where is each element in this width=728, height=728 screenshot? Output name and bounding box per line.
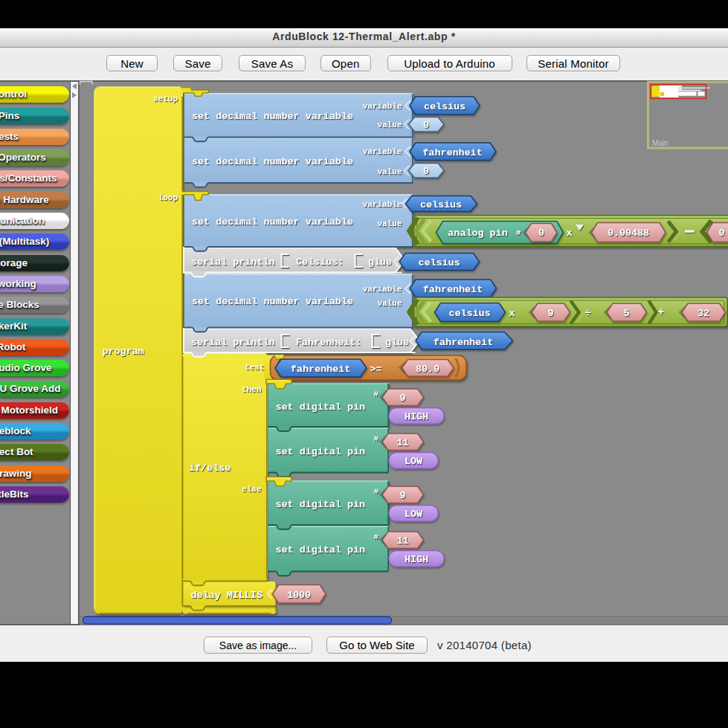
svg-text:value: value	[377, 299, 402, 308]
svg-text:else: else	[242, 485, 262, 494]
svg-text:x: x	[509, 308, 515, 319]
svg-text:>=: >=	[370, 363, 381, 374]
svg-text:1000: 1000	[286, 590, 310, 601]
svg-text:11: 11	[396, 535, 408, 546]
svg-text:0: 0	[538, 228, 544, 239]
svg-text:glue: glue	[368, 257, 392, 268]
svg-text:celsius: celsius	[418, 257, 460, 268]
svg-text:0: 0	[422, 119, 428, 130]
svg-text:set digital pin: set digital pin	[275, 544, 365, 555]
svg-text:LOW: LOW	[404, 455, 422, 466]
svg-text:value: value	[377, 219, 402, 228]
svg-text:variable: variable	[362, 101, 402, 110]
svg-text:#: #	[373, 486, 379, 495]
svg-text:if/else: if/else	[189, 462, 231, 473]
svg-text:then: then	[242, 385, 261, 394]
svg-text:value: value	[377, 167, 402, 175]
svg-text:value: value	[377, 120, 402, 129]
svg-text:9: 9	[399, 392, 405, 403]
svg-text:set digital pin: set digital pin	[275, 498, 365, 509]
svg-text:LOW: LOW	[404, 508, 422, 519]
svg-text:fahrenheit: fahrenheit	[433, 336, 492, 347]
svg-text:0: 0	[718, 228, 724, 239]
svg-text:fahrenheit: fahrenheit	[290, 363, 349, 374]
svg-text:Celsius:: Celsius:	[296, 257, 344, 268]
svg-text:5: 5	[623, 308, 629, 319]
svg-text:loop: loop	[158, 193, 178, 202]
svg-text:#: #	[373, 532, 379, 541]
svg-text:Main: Main	[652, 139, 669, 147]
svg-text:fahrenheit: fahrenheit	[422, 283, 482, 294]
svg-text:serial println: serial println	[191, 256, 275, 267]
svg-text:celsius: celsius	[419, 199, 461, 210]
svg-text:program: program	[102, 345, 144, 356]
svg-text:set decimal number variable: set decimal number variable	[192, 155, 353, 167]
svg-text:x: x	[566, 228, 572, 239]
svg-text:set digital pin: set digital pin	[275, 401, 365, 412]
svg-text:variable: variable	[362, 200, 402, 209]
svg-text:delay MILLIS: delay MILLIS	[190, 590, 262, 601]
svg-text:#: #	[373, 434, 379, 442]
svg-text:set decimal number variable: set decimal number variable	[192, 296, 353, 307]
svg-text:9: 9	[547, 308, 553, 319]
svg-text:test: test	[245, 362, 264, 371]
svg-text:celsius: celsius	[448, 308, 490, 319]
svg-text:0.00488: 0.00488	[607, 228, 648, 239]
svg-text:glue: glue	[385, 337, 409, 348]
svg-text:set decimal number variable: set decimal number variable	[192, 110, 353, 121]
svg-text:HIGH: HIGH	[404, 410, 428, 422]
svg-text:32: 32	[697, 308, 709, 319]
svg-text:set digital pin: set digital pin	[275, 445, 365, 457]
svg-text:+: +	[657, 306, 663, 318]
svg-text:variable: variable	[362, 285, 402, 294]
svg-text:set decimal number variable: set decimal number variable	[192, 216, 353, 228]
svg-text:0: 0	[422, 166, 428, 177]
svg-text:variable: variable	[362, 147, 402, 156]
svg-text:#: #	[515, 228, 521, 236]
svg-text:9: 9	[399, 489, 405, 500]
svg-text:fahrenheit: fahrenheit	[422, 146, 482, 158]
svg-text:11: 11	[396, 437, 408, 448]
svg-text:80.0: 80.0	[415, 363, 439, 374]
svg-text:HIGH: HIGH	[404, 553, 428, 564]
svg-text:celsius: celsius	[423, 100, 465, 112]
svg-text:÷: ÷	[584, 307, 590, 319]
svg-text:#: #	[373, 389, 379, 398]
svg-text:Fahrenheit:: Fahrenheit:	[296, 337, 361, 348]
svg-text:analog pin: analog pin	[448, 228, 507, 239]
svg-text:serial println: serial println	[191, 336, 275, 347]
svg-text:setup: setup	[152, 94, 177, 103]
